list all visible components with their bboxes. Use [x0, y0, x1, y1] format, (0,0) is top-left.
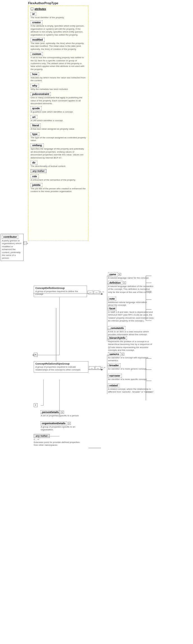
attr-dir-name: dir: [31, 161, 37, 165]
attr-id-name: id: [31, 12, 36, 16]
attr-role-name: role: [31, 174, 39, 178]
concept-relationships-group-label: ConceptRelationshipsGroup: [35, 362, 87, 365]
contributor-box: contributor A party (person or organisat…: [1, 234, 24, 261]
rel-group-range: 0..∞: [101, 366, 105, 369]
attr-modified-desc: The date (and, optionally, the time) whe…: [31, 42, 86, 51]
attr-uri: uri A URI which identifies a concept.: [31, 115, 86, 122]
concept-definition-group-desc: A group of properties required to define…: [35, 290, 85, 296]
bottom-connector: +: [34, 403, 38, 407]
svg-marker-2: [101, 293, 103, 295]
attr-custom-desc: If set to true the corresponding propert…: [31, 56, 86, 71]
attributes-label: - attributes: [31, 8, 86, 10]
attr-dir-desc: The directionality of textual content.: [31, 165, 86, 168]
attr-role-desc: A refinement of the semantics of the pro…: [31, 179, 86, 181]
element-facet: facet In NAR 1.8 and later, facet is dep…: [108, 307, 154, 323]
def-group-connector2: —: [94, 291, 99, 294]
contributor-label: contributor: [2, 235, 18, 239]
attr-type-name: type: [31, 132, 39, 136]
attr-type: type The type of the concept assigned as…: [31, 132, 86, 142]
bottom-any-other: any #other 0 .. ∞ Extension point for pr…: [34, 434, 84, 447]
element-remote-info: _remoteInfo A link to an item or a web r…: [108, 326, 153, 336]
attr-creator-desc: If the attribute is empty, specifies whi…: [31, 25, 86, 36]
attr-modified-name: modified: [31, 38, 45, 42]
rel-group-connector1: —: [89, 366, 95, 370]
attr-xmllang: xmllang Specifies the language of this p…: [31, 143, 86, 159]
attr-any-other: any #other: [31, 169, 86, 173]
bottom-any-other-range: 0 .. ∞: [34, 438, 84, 441]
attr-creator-name: creator: [31, 20, 43, 24]
attr-how: how Indicates by which means the value w…: [31, 72, 86, 82]
attr-qcode-name: qcode: [31, 106, 42, 110]
bottom-any-other-label: any #other: [34, 434, 50, 438]
attr-modified: modified The date (and, optionally, the …: [31, 38, 86, 51]
attr-jobtitle-desc: The job title of the person who created …: [31, 187, 86, 193]
attr-creator: creator If the attribute is empty, speci…: [31, 20, 86, 36]
svg-marker-11: [101, 369, 103, 370]
contributor-desc: A party (person or organisation) which m…: [2, 239, 22, 260]
concept-definition-group-label: ConceptDefinitionGroup: [35, 287, 85, 290]
diagram-title: FlexAuthorPropType: [28, 1, 58, 5]
concept-relationships-group-desc: A group of properties required to indica…: [35, 366, 87, 372]
attr-qcode: qcode A qualified code which identifies …: [31, 106, 86, 113]
concept-relationships-group-box: ConceptRelationshipsGroup A group of pro…: [34, 361, 88, 373]
attr-jobtitle-name: jobtitle: [31, 183, 42, 187]
element-name: name + A natural language name for the c…: [108, 272, 149, 279]
attr-role: role A refinement of the semantics of th…: [31, 174, 86, 181]
attr-uri-desc: A URI which identifies a concept.: [31, 119, 86, 122]
attr-why-desc: Why the metadata has been included.: [31, 88, 86, 91]
attr-pubconstraint-name: pubconstraint: [31, 92, 51, 96]
element-definition: definition + A natural language definiti…: [108, 281, 154, 294]
def-group-range: 0..∞: [100, 291, 104, 293]
contributor-connector: [24, 241, 27, 245]
attr-dir: dir The directionality of textual conten…: [31, 161, 86, 168]
attr-how-name: how: [31, 72, 39, 76]
any-other-label: any #other: [31, 169, 47, 173]
element-hierarchy-info: hierarchyInfo Represents the position of…: [108, 336, 154, 352]
attr-why: why Why the metadata has been included.: [31, 84, 86, 91]
attr-literal: literal A free-text value assigned as pr…: [31, 123, 86, 130]
attr-xmllang-desc: Specifies the language of this property …: [31, 148, 86, 159]
element-organisation-details: organisationDetails + A group of propert…: [41, 421, 86, 431]
attr-id-desc: The local identifier of the property.: [31, 16, 86, 19]
attr-type-desc: The type of the concept assigned as cont…: [31, 136, 86, 142]
def-group-connector1: —: [88, 291, 93, 294]
attr-jobtitle: jobtitle The job title of the person who…: [31, 183, 86, 193]
attr-custom-name: custom: [31, 52, 43, 56]
attr-how-desc: Indicates by which means the value was e…: [31, 76, 86, 82]
attributes-container: - attributes id The local identifier of …: [28, 6, 88, 241]
bottom-any-other-desc: Extension point for provider-defined pro…: [34, 441, 84, 447]
attr-literal-name: literal: [31, 123, 41, 127]
attr-xmllang-name: xmllang: [31, 143, 43, 147]
element-same-as: sameAs + An identifier of a concept with…: [108, 352, 153, 362]
attr-pubconstraint-desc: One or many constraints that apply to pu…: [31, 96, 86, 105]
element-broader: broader An identifier of a more generic …: [108, 363, 147, 370]
element-narrower: narrower An identifier of a more specifi…: [108, 374, 147, 381]
attr-literal-desc: A free-text value assigned as property v…: [31, 128, 86, 130]
attr-uri-name: uri: [31, 115, 37, 119]
attr-pubconstraint: pubconstraint One or many constraints th…: [31, 92, 86, 105]
rel-group-connector2: —: [95, 366, 101, 370]
element-note: note Additional natural language informa…: [108, 297, 153, 307]
concept-definition-group-box: ConceptDefinitionGroup A group of proper…: [34, 286, 87, 297]
element-related: related A related concept, where the rel…: [108, 384, 154, 394]
attr-id: id The local identifier of the property.: [31, 12, 86, 19]
element-person-details: personDetails + A set of properties spec…: [41, 410, 79, 417]
mid-connector: +: [34, 353, 38, 357]
attr-custom: custom If set to true the corresponding …: [31, 52, 86, 71]
attr-qcode-desc: A qualified code which identifies a conc…: [31, 111, 86, 113]
attr-why-name: why: [31, 84, 39, 88]
